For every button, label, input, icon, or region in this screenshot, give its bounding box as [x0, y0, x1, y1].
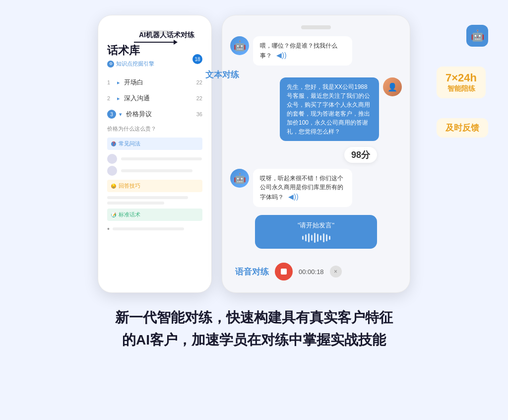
badge-24h: 7×24h 智能陪练: [437, 67, 486, 98]
timer-display: 00:00:18: [299, 268, 324, 276]
menu-label-3: 价格异议: [126, 110, 152, 119]
close-button[interactable]: ×: [330, 266, 342, 278]
badge-24h-line1: 7×24h: [445, 71, 477, 84]
badge-feedback: 及时反馈: [437, 118, 488, 138]
menu-arrow-3: ▾: [119, 111, 122, 118]
menu-count-1: 22: [196, 79, 202, 85]
menu-count-3: 36: [196, 111, 202, 117]
tips-line-1: [107, 196, 188, 199]
robot-icon-badge: 🤖: [466, 25, 488, 47]
badge-24h-line2: 智能陪练: [445, 84, 477, 93]
faq-label: 常见问法: [119, 140, 140, 147]
stop-icon: [281, 269, 287, 275]
arrow-head: [174, 40, 178, 45]
bot-avatar-1: 🤖: [230, 36, 249, 55]
menu-item-1-left: 1 ▸ 开场白: [107, 78, 143, 87]
wave-4: [311, 235, 313, 241]
sound-icon-1: ◀)): [276, 51, 286, 59]
voice-prompt: "请开始发言": [263, 221, 369, 230]
subtitle-icon: ⚙: [107, 61, 114, 68]
chat-row-user-1: 👤 先生，您好，我是XX公司1988号客服，最近您关注了我们的公众号，购买了字体…: [230, 77, 402, 141]
text-practice-label: 文本对练: [205, 69, 239, 80]
menu-label-2: 深入沟通: [124, 94, 150, 103]
voice-input-bubble: "请开始发言": [255, 215, 377, 249]
section-faq: ❓ 常见问法: [107, 138, 202, 150]
avatar-row-2: [107, 166, 202, 176]
wave-3: [308, 233, 310, 242]
menu-item-1[interactable]: 1 ▸ 开场白 22: [107, 74, 202, 90]
wave-9: [326, 234, 327, 241]
section-tips: 💡 回答技巧: [107, 180, 202, 192]
sound-icon-2: ◀)): [288, 193, 298, 201]
bot-face-1: 🤖: [234, 40, 246, 52]
script-line: [113, 227, 184, 230]
faq-dot: ❓: [111, 141, 116, 146]
wave-2: [305, 234, 307, 241]
line-2: [121, 169, 192, 172]
avatar-1: [107, 154, 117, 164]
script-item: •: [107, 225, 202, 233]
bot-avatar-2: 🤖: [230, 169, 249, 188]
wave-7: [320, 235, 321, 240]
line-1: [121, 157, 202, 160]
score-badge: 98分: [344, 147, 377, 163]
section-script: 📝 标准话术: [107, 209, 202, 221]
wave-5: [314, 233, 316, 243]
menu-item-3[interactable]: 3 ▾ 价格异议 36: [107, 106, 202, 122]
arrow-label: AI机器人话术对练: [139, 31, 194, 40]
left-phone-subtitle: ⚙ 知识点挖掘引擎: [107, 60, 202, 68]
voice-controls: 语音对练 00:00:18 ×: [230, 263, 402, 280]
menu-count-2: 22: [196, 95, 202, 101]
phones-section: AI机器人话术对练 话术库 ⚙ 知识点挖掘引擎 18 1 ▸ 开场白 22: [20, 15, 488, 293]
main-container: AI机器人话术对练 话术库 ⚙ 知识点挖掘引擎 18 1 ▸ 开场白 22: [0, 0, 508, 361]
chat-area: 🤖 喂，哪位？你是谁？找我什么事？ ◀)) 文本对练 👤: [230, 36, 402, 280]
chat-bubble-user-1: 先生，您好，我是XX公司1988号客服，最近您关注了我们的公众号，购买了字体个人…: [280, 77, 379, 141]
tips-line-2: [107, 202, 164, 205]
record-button[interactable]: [275, 263, 293, 280]
bot-message-1: 喂，哪位？你是谁？找我什么事？: [260, 42, 337, 59]
wave-10: [329, 236, 330, 240]
menu-arrow-1: ▸: [117, 79, 120, 86]
arrow-line: [134, 42, 174, 43]
script-dot: 📝: [111, 212, 116, 217]
menu-arrow-2: ▸: [117, 95, 120, 102]
chat-bubble-bot-2: 哎呀，听起来很不错！你们这个公司永久商用是你们库里所有的字体吗？ ◀)): [253, 169, 352, 207]
menu-item-2[interactable]: 2 ▸ 深入沟通 22: [107, 90, 202, 106]
user-avatar-1: 👤: [383, 77, 402, 96]
right-phone-notch: [301, 25, 331, 29]
chat-bubble-bot-1: 喂，哪位？你是谁？找我什么事？ ◀)): [253, 36, 352, 66]
bottom-text: 新一代智能对练，快速构建具有真实客户特征 的AI客户，加速学员在对练中掌握实战技…: [85, 307, 423, 351]
user-face: 👤: [387, 82, 397, 92]
right-float-badges: 🤖 7×24h 智能陪练 及时反馈: [437, 25, 488, 138]
phone-right: 🤖 喂，哪位？你是谁？找我什么事？ ◀)) 文本对练 👤: [222, 15, 410, 293]
subtitle-text: 知识点挖掘引擎: [116, 60, 154, 68]
chat-row-bot-2: 🤖 哎呀，听起来很不错！你们这个公司永久商用是你们库里所有的字体吗？ ◀)): [230, 169, 402, 207]
avatar-row-1: [107, 154, 202, 164]
wave-8: [323, 233, 324, 242]
bullet-icon: •: [107, 225, 110, 233]
wave-6: [317, 234, 318, 242]
menu-num-3: 3: [107, 110, 116, 119]
tips-dot: 💡: [111, 184, 116, 189]
menu-num-1: 1: [107, 79, 114, 85]
bot-face-2: 🤖: [234, 172, 246, 184]
bottom-line-2: 的AI客户，加速学员在对练中掌握实战技能: [115, 329, 393, 351]
left-phone-title: 话术库: [107, 43, 202, 58]
wave-1: [302, 236, 304, 240]
tips-label: 回答技巧: [119, 182, 140, 190]
user-message-1: 先生，您好，我是XX公司1988号客服，最近您关注了我们的公众号，购买了字体个人…: [287, 83, 370, 135]
menu-item-3-left: 3 ▾ 价格异议: [107, 110, 152, 119]
script-label: 标准话术: [119, 211, 140, 218]
waveform: [263, 233, 369, 243]
chat-row-bot-1: 🤖 喂，哪位？你是谁？找我什么事？ ◀)): [230, 36, 402, 66]
phone-left: 话术库 ⚙ 知识点挖掘引擎 18 1 ▸ 开场白 22 2 ▸: [98, 15, 212, 293]
menu-num-2: 2: [107, 95, 114, 101]
count-badge: 18: [192, 54, 202, 64]
voice-practice-label: 语音对练: [235, 266, 269, 278]
menu-item-2-left: 2 ▸ 深入沟通: [107, 94, 150, 103]
bot-message-2: 哎呀，听起来很不错！你们这个公司永久商用是你们库里所有的字体吗？: [260, 175, 343, 201]
menu-label-1: 开场白: [124, 78, 143, 87]
arrow-connector: AI机器人话术对练: [134, 40, 178, 45]
bottom-line-1: 新一代智能对练，快速构建具有真实客户特征: [115, 307, 393, 329]
avatar-2: [107, 166, 117, 176]
